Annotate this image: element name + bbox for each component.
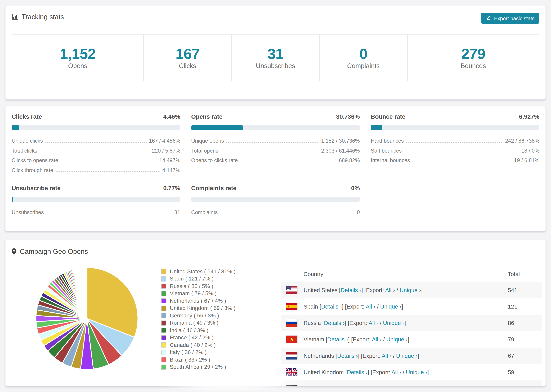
table-row: Germany [Details ›] [Export: All › / Uni… — [281, 380, 542, 386]
export-unique-link[interactable]: Unique › — [396, 352, 417, 359]
rates-grid: Clicks rate4.46%Unique clicks167 / 4.456… — [6, 106, 545, 217]
export-basic-stats-button[interactable]: Export basic stats — [481, 13, 539, 24]
legend-item[interactable]: Brazil ( 33 / 2% ) — [161, 356, 235, 364]
legend-item[interactable]: Vietnam ( 79 / 5% ) — [161, 290, 235, 297]
legend-item[interactable]: India ( 46 / 3% ) — [161, 327, 235, 334]
metric-row: Complaints0 — [191, 208, 360, 217]
legend-swatch — [161, 298, 166, 304]
rate-section: Clicks rate4.46%Unique clicks167 / 4.456… — [12, 113, 180, 175]
legend-item[interactable]: Romania ( 49 / 3% ) — [161, 319, 235, 327]
details-link[interactable]: Details › — [340, 287, 361, 293]
legend-label: Italy ( 36 / 2% ) — [170, 350, 206, 356]
progress-fill — [12, 197, 13, 202]
flag-us-icon — [286, 286, 297, 294]
rate-title: Opens rate — [191, 113, 222, 120]
export-all-link[interactable]: All › — [372, 336, 381, 342]
metric-label: Total opens — [191, 148, 218, 154]
details-link[interactable]: Details › — [321, 303, 342, 309]
stat-box: 1,152Opens — [12, 34, 144, 81]
metric-leader — [39, 152, 150, 152]
legend-item[interactable]: Canada ( 40 / 2% ) — [161, 341, 235, 349]
legend-label: Russia ( 86 / 5% ) — [170, 283, 213, 289]
details-link[interactable]: Details › — [330, 385, 351, 386]
legend-item[interactable]: United States ( 541 / 31% ) — [161, 268, 235, 275]
total-value: 67 — [508, 352, 542, 359]
export-all-link[interactable]: All › — [366, 303, 375, 309]
export-unique-link[interactable]: Unique › — [400, 287, 421, 293]
metric-leader — [46, 214, 172, 214]
country-cell: United States [Details ›] [Export: All ›… — [304, 287, 508, 293]
legend-item[interactable]: Spain ( 121 / 7% ) — [161, 275, 235, 283]
metric-label: Unique clicks — [12, 138, 43, 144]
metric-row: Soft bounces18 / 0% — [371, 146, 539, 156]
legend-label: France ( 42 / 2% ) — [170, 335, 213, 341]
export-unique-link[interactable]: Unique › — [389, 385, 410, 386]
metric-label: Unique opens — [191, 138, 224, 144]
flag-ru-icon — [286, 319, 297, 327]
geo-pie-chart[interactable] — [35, 266, 139, 371]
export-unique-link[interactable]: Unique › — [406, 369, 427, 375]
rate-title: Unsubscribe rate — [12, 185, 61, 192]
details-link[interactable]: Details › — [324, 320, 345, 326]
metric-row: Total clicks220 / 5.87% — [12, 146, 180, 156]
legend-item[interactable]: South Africa ( 29 / 2% ) — [161, 364, 235, 371]
legend-item[interactable]: Netherlands ( 67 / 4% ) — [161, 297, 235, 305]
export-unique-link[interactable]: Unique › — [383, 320, 404, 326]
legend-swatch — [161, 328, 166, 333]
export-unique-link[interactable]: Unique › — [380, 303, 402, 309]
country-cell: United Kingdom [Details ›] [Export: All … — [304, 369, 508, 375]
metric-row: Hard bounces242 / 86.738% — [371, 136, 539, 146]
metric-leader — [220, 152, 319, 152]
metric-value: 242 / 86.738% — [505, 138, 539, 144]
dashboard: Tracking stats Export basic stats 1,152O… — [0, 0, 551, 392]
metric-leader — [60, 162, 157, 162]
table-row: Vietnam [Details ›] [Export: All › / Uni… — [281, 331, 542, 348]
metric-row: Unsubscribes31 — [12, 208, 180, 217]
legend-item[interactable]: Italy ( 36 / 2% ) — [161, 349, 235, 356]
details-link[interactable]: Details › — [347, 369, 367, 375]
export-all-link[interactable]: All › — [391, 369, 401, 375]
total-value: 79 — [508, 336, 542, 343]
geo-title: Campaign Geo Opens — [20, 247, 88, 255]
flag-de-icon — [286, 385, 297, 386]
rate-section: Opens rate30.736%Unique opens1,152 / 30.… — [191, 113, 360, 175]
metric-value: 4.147% — [162, 167, 180, 173]
table-header-row: CountryTotal — [281, 266, 542, 282]
legend-item[interactable]: United Kingdom ( 59 / 3% ) — [161, 305, 235, 312]
export-all-link[interactable]: All › — [369, 320, 378, 326]
legend-item[interactable]: Russia ( 86 / 5% ) — [161, 283, 235, 290]
legend-swatch — [161, 343, 166, 348]
rate-title: Bounce rate — [371, 113, 405, 120]
rate-title: Clicks rate — [12, 113, 42, 120]
details-link[interactable]: Details › — [327, 336, 348, 342]
metric-leader — [412, 162, 512, 162]
stat-value: 1,152 — [12, 46, 144, 62]
stat-label: Opens — [12, 62, 144, 70]
legend-label: Romania ( 49 / 3% ) — [170, 320, 219, 326]
legend-item[interactable]: France ( 42 / 2% ) — [161, 334, 235, 341]
export-all-link[interactable]: All › — [382, 352, 391, 359]
legend-swatch — [161, 365, 166, 370]
metric-leader — [55, 172, 160, 172]
rate-heading: Clicks rate4.46% — [12, 113, 180, 121]
progress-bar — [191, 197, 360, 202]
details-link[interactable]: Details › — [337, 352, 358, 359]
metric-label: Internal bounces — [371, 158, 410, 164]
stat-box: 167Clicks — [144, 34, 232, 81]
export-unique-link[interactable]: Unique › — [386, 336, 408, 342]
export-all-link[interactable]: All › — [374, 385, 384, 386]
metric-value: 167 / 4.456% — [149, 138, 180, 144]
export-all-link[interactable]: All › — [385, 287, 395, 293]
table-row: United Kingdom [Details ›] [Export: All … — [281, 364, 542, 380]
flag-nl-icon — [286, 352, 297, 359]
progress-bar — [371, 125, 539, 130]
country-cell: Spain [Details ›] [Export: All › / Uniqu… — [304, 303, 508, 310]
legend-swatch — [161, 306, 166, 311]
progress-bar — [12, 125, 180, 130]
campaign-geo-opens-card: Campaign Geo Opens United States ( 541 /… — [5, 240, 546, 386]
legend-swatch — [161, 291, 166, 296]
metric-list: Unsubscribes31 — [12, 208, 180, 217]
metric-value: 220 / 5.87% — [152, 148, 180, 154]
legend-item[interactable]: Germany ( 55 / 3% ) — [161, 312, 235, 319]
total-value: 121 — [508, 303, 542, 310]
